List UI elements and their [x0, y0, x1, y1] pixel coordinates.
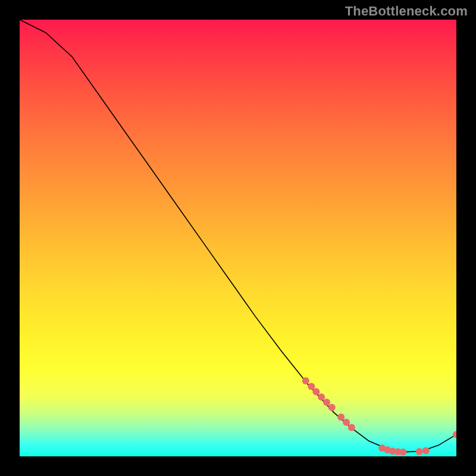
chart-stage: TheBottleneck.com [0, 0, 476, 476]
chart-svg [20, 20, 456, 456]
data-marker [453, 431, 456, 438]
data-marker [328, 404, 336, 411]
bottleneck-markers [302, 377, 456, 456]
data-marker [302, 377, 309, 384]
data-marker [312, 388, 320, 395]
data-marker [337, 414, 345, 421]
data-marker [348, 424, 355, 431]
data-marker [308, 383, 315, 390]
watermark-text: TheBottleneck.com [345, 4, 468, 19]
data-marker [323, 399, 330, 406]
bottleneck-curve-path [20, 20, 456, 452]
data-marker [416, 448, 423, 455]
data-marker [343, 419, 350, 426]
plot-area [20, 20, 456, 456]
data-marker [399, 449, 406, 456]
data-marker [318, 393, 325, 400]
data-marker [422, 447, 430, 454]
